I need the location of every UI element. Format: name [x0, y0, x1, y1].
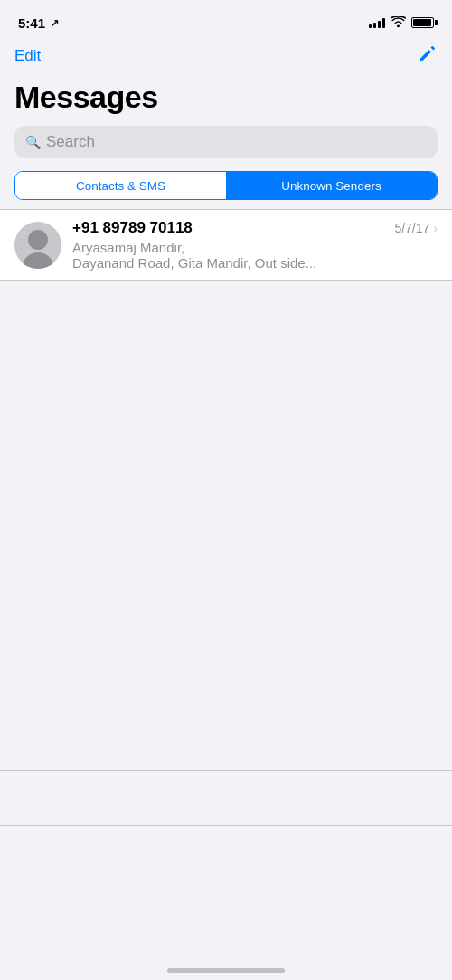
svg-point-0 — [22, 252, 54, 269]
spacer-1 — [0, 716, 452, 770]
home-indicator — [167, 968, 285, 973]
chevron-right-icon: › — [433, 221, 438, 235]
battery-icon — [411, 17, 434, 28]
message-content: +91 89789 70118 5/7/17 › Aryasamaj Mandi… — [72, 219, 438, 271]
location-arrow-icon: ↗ — [51, 17, 59, 29]
avatar — [14, 222, 61, 269]
search-container: 🔍 Search — [0, 122, 452, 167]
spacer-2 — [0, 771, 452, 825]
compose-icon — [418, 43, 438, 63]
search-icon: 🔍 — [25, 135, 41, 149]
message-header: +91 89789 70118 5/7/17 › — [72, 219, 438, 237]
divider-2 — [0, 825, 452, 826]
status-bar: 5:41 ↗ — [0, 0, 452, 40]
page-title-container: Messages — [0, 76, 452, 122]
wifi-icon — [391, 16, 406, 30]
edit-button[interactable]: Edit — [14, 47, 41, 65]
message-row[interactable]: +91 89789 70118 5/7/17 › Aryasamaj Mandi… — [0, 210, 452, 281]
person-icon — [14, 222, 61, 269]
status-time: 5:41 ↗ — [18, 15, 59, 31]
time-display: 5:41 — [18, 15, 45, 31]
message-preview-line1: Aryasamaj Mandir, — [72, 240, 380, 255]
signal-icon — [369, 17, 385, 28]
svg-point-1 — [28, 230, 48, 250]
messages-list: +91 89789 70118 5/7/17 › Aryasamaj Mandi… — [0, 209, 452, 281]
unknown-senders-tab[interactable]: Unknown Senders — [226, 172, 437, 199]
contacts-sms-tab[interactable]: Contacts & SMS — [15, 172, 226, 199]
message-date: 5/7/17 — [394, 221, 429, 235]
message-meta: 5/7/17 › — [394, 221, 438, 235]
message-preview-line2: Dayanand Road, Gita Mandir, Out side... — [72, 255, 380, 271]
search-bar[interactable]: 🔍 Search — [14, 126, 438, 158]
status-icons — [369, 16, 434, 30]
page-title: Messages — [14, 80, 438, 115]
message-sender: +91 89789 70118 — [72, 219, 193, 237]
search-placeholder: Search — [46, 133, 95, 151]
compose-button[interactable] — [418, 43, 438, 69]
avatar-container — [14, 222, 61, 269]
filter-segmented-control: Contacts & SMS Unknown Senders — [14, 171, 438, 200]
empty-content-area — [0, 281, 452, 716]
nav-bar: Edit — [0, 40, 452, 76]
